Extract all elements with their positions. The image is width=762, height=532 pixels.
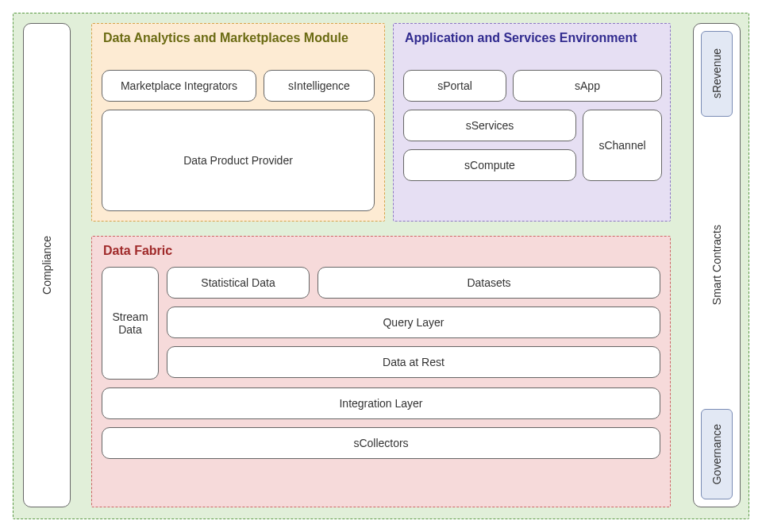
s-revenue-label: sRevenue — [710, 48, 723, 98]
query-layer-box: Query Layer — [167, 306, 660, 338]
data-at-rest-box: Data at Rest — [167, 346, 660, 378]
s-channel-box: sChannel — [583, 110, 662, 181]
compliance-box: Compliance — [23, 23, 71, 507]
s-revenue-box: sRevenue — [701, 31, 733, 117]
s-app-label: sApp — [575, 79, 600, 92]
s-services-box: sServices — [403, 110, 576, 141]
data-fabric-module: Data Fabric Stream Data Statistical Data… — [91, 236, 671, 507]
s-compute-label: sCompute — [464, 159, 515, 172]
governance-box: Governance — [701, 409, 733, 499]
statistical-data-box: Statistical Data — [167, 267, 310, 299]
outer-container: Compliance Smart Contracts sRevenue Gove… — [13, 13, 749, 519]
app-env-module: Application and Services Environment sPo… — [393, 23, 671, 222]
statistical-data-label: Statistical Data — [201, 276, 275, 289]
diagram-canvas: Compliance Smart Contracts sRevenue Gove… — [0, 0, 762, 532]
integration-layer-label: Integration Layer — [339, 397, 422, 410]
app-env-title: Application and Services Environment — [405, 30, 651, 46]
s-compute-box: sCompute — [403, 149, 576, 181]
compliance-label: Compliance — [40, 236, 53, 295]
data-at-rest-label: Data at Rest — [383, 356, 444, 368]
s-services-label: sServices — [466, 119, 514, 132]
stream-data-box: Stream Data — [102, 267, 159, 380]
analytics-title: Data Analytics and Marketplaces Module — [103, 30, 365, 46]
smart-contracts-label: Smart Contracts — [710, 225, 723, 305]
s-app-box: sApp — [513, 70, 662, 102]
s-collectors-label: sCollectors — [353, 437, 408, 449]
s-intelligence-box: sIntelligence — [264, 70, 375, 102]
integration-layer-box: Integration Layer — [102, 387, 660, 419]
marketplace-integrators-label: Marketplace Integrators — [121, 79, 237, 92]
query-layer-label: Query Layer — [383, 316, 444, 329]
s-channel-label: sChannel — [598, 139, 645, 152]
stream-data-label: Stream Data — [112, 310, 148, 336]
s-portal-box: sPortal — [403, 70, 506, 102]
data-product-provider-label: Data Product Provider — [183, 154, 293, 167]
datasets-box: Datasets — [318, 267, 660, 299]
datasets-label: Datasets — [467, 276, 510, 289]
marketplace-integrators-box: Marketplace Integrators — [102, 70, 256, 102]
analytics-module: Data Analytics and Marketplaces Module M… — [91, 23, 385, 222]
s-portal-label: sPortal — [437, 79, 472, 92]
data-product-provider-box: Data Product Provider — [102, 110, 375, 211]
s-intelligence-label: sIntelligence — [288, 79, 350, 92]
s-collectors-box: sCollectors — [102, 427, 660, 459]
data-fabric-title: Data Fabric — [103, 243, 172, 259]
governance-label: Governance — [710, 424, 723, 484]
